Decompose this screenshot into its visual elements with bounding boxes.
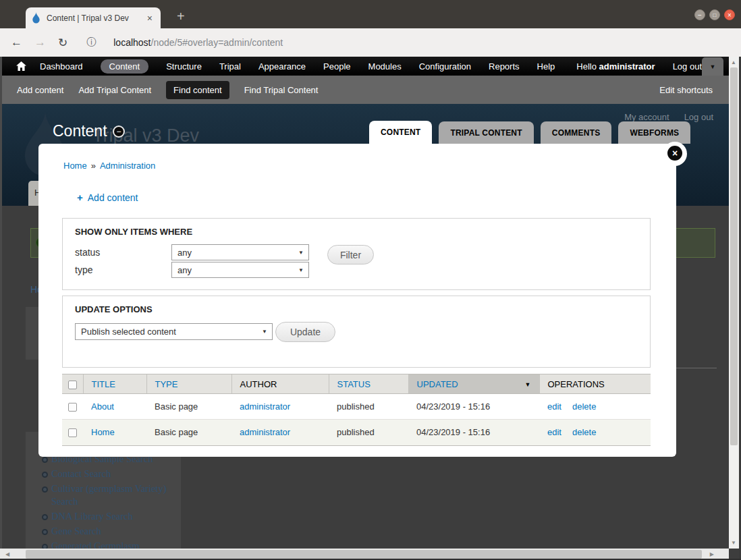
shortcut-find-content[interactable]: Find content (166, 81, 229, 99)
node-type: Basic page (146, 420, 231, 445)
drupal-favicon (31, 12, 41, 24)
horizontal-scrollbar-thumb[interactable] (26, 550, 702, 559)
forward-icon[interactable]: → (34, 36, 46, 49)
column-header-operations: OPERATIONS (548, 379, 605, 389)
table-row: Home Basic page administrator published … (62, 420, 651, 445)
breadcrumb: Home»Administration (63, 161, 155, 171)
tab-close-icon[interactable]: × (144, 13, 155, 24)
admin-toolbar: Dashboard Content Structure Tripal Appea… (0, 57, 741, 76)
filter-button[interactable]: Filter (327, 245, 374, 264)
node-status: published (329, 420, 408, 445)
edit-shortcuts-link[interactable]: Edit shortcuts (659, 85, 713, 95)
row-checkbox[interactable] (68, 428, 77, 437)
toolbar-toggle-button[interactable]: ▼ (702, 57, 723, 76)
tab-tripal-content[interactable]: TRIPAL CONTENT (439, 121, 533, 144)
filter-fieldset: SHOW ONLY ITEMS WHERE status any ▼ type … (62, 218, 651, 290)
node-author-link[interactable]: administrator (240, 401, 290, 412)
scroll-down-icon[interactable]: ▼ (731, 540, 736, 546)
url-host: localhost (113, 37, 150, 48)
scroll-left-icon[interactable]: ◀ (5, 551, 9, 557)
address-bar[interactable]: localhost/node/5#overlay=admin/content (113, 37, 283, 48)
update-action-select[interactable]: Publish selected content ▼ (75, 323, 273, 340)
node-type: Basic page (146, 394, 231, 420)
browser-toolbar: ← → ↻ ⓘ localhost/node/5#overlay=admin/c… (0, 28, 741, 57)
add-content-action[interactable]: +Add content (77, 192, 138, 203)
update-button[interactable]: Update (275, 322, 335, 342)
column-header-updated[interactable]: UPDATED (417, 379, 458, 389)
vertical-scrollbar[interactable]: ▲ ▼ (729, 57, 739, 549)
toolbar-item-dashboard[interactable]: Dashboard (40, 61, 83, 72)
scroll-up-icon[interactable]: ▲ (731, 59, 736, 65)
column-header-author: AUTHOR (240, 379, 277, 389)
toolbar-item-tripal[interactable]: Tripal (219, 61, 241, 72)
add-content-link[interactable]: Add content (88, 192, 138, 203)
page-info-icon[interactable]: ⓘ (86, 36, 96, 49)
toolbar-logout-link[interactable]: Log out (673, 61, 702, 72)
reload-icon[interactable]: ↻ (58, 36, 67, 50)
chevron-down-icon: ▼ (262, 329, 267, 335)
list-item[interactable]: Cultivar (germplasm Variety) Search (42, 482, 171, 508)
window-close-button[interactable]: × (724, 9, 735, 20)
home-icon[interactable] (16, 61, 26, 71)
toolbar-item-help[interactable]: Help (537, 61, 555, 72)
column-header-status[interactable]: STATUS (337, 379, 370, 389)
type-label: type (75, 264, 92, 275)
toolbar-item-reports[interactable]: Reports (489, 61, 520, 72)
vertical-scrollbar-thumb[interactable] (730, 67, 738, 445)
edit-link[interactable]: edit (547, 401, 561, 412)
new-tab-button[interactable]: + (177, 9, 185, 23)
toolbar-item-appearance[interactable]: Appearance (258, 61, 306, 72)
overlay-tabs: CONTENT TRIPAL CONTENT COMMENTS WEBFORMS (369, 121, 690, 144)
back-icon[interactable]: ← (11, 36, 22, 49)
node-title-link[interactable]: Home (91, 427, 115, 437)
shortcut-add-tripal-content[interactable]: Add Tripal Content (78, 85, 151, 95)
overlay-close-notch: × (663, 142, 687, 166)
column-header-type[interactable]: TYPE (155, 379, 178, 389)
toolbar-item-structure[interactable]: Structure (166, 61, 202, 72)
table-header-row: TITLE TYPE AUTHOR STATUS UPDATED▼ OPERAT… (62, 374, 651, 394)
row-checkbox[interactable] (68, 403, 77, 412)
chevron-down-icon: ▼ (298, 267, 304, 273)
delete-link[interactable]: delete (572, 401, 596, 412)
window-minimize-button[interactable]: − (694, 9, 705, 20)
scroll-right-icon[interactable]: ▶ (710, 551, 714, 557)
breadcrumb-home-link[interactable]: Home (63, 161, 87, 171)
shortcut-add-content[interactable]: Add content (17, 85, 63, 95)
column-header-title[interactable]: TITLE (92, 379, 115, 389)
tab-title: Content | Tripal v3 Dev (47, 13, 144, 23)
plus-icon: + (77, 192, 83, 203)
list-item[interactable]: Gene Search (42, 525, 171, 538)
url-path: /node/5#overlay=admin/content (151, 37, 283, 48)
toolbar-item-content[interactable]: Content (101, 59, 149, 74)
delete-link[interactable]: delete (572, 427, 596, 437)
breadcrumb-administration-link[interactable]: Administration (100, 161, 155, 171)
background-search-list: Biological Sample Search Contact Search … (42, 453, 171, 555)
toolbar-item-people[interactable]: People (323, 61, 350, 72)
toolbar-item-configuration[interactable]: Configuration (419, 61, 471, 72)
tab-content[interactable]: CONTENT (369, 121, 432, 144)
browser-tabstrip: Content | Tripal v3 Dev × + − □ × (0, 0, 741, 28)
tab-webforms[interactable]: WEBFORMS (618, 121, 690, 144)
sort-desc-icon[interactable]: ▼ (525, 381, 531, 388)
type-select[interactable]: any ▼ (171, 262, 309, 278)
edit-link[interactable]: edit (547, 427, 561, 437)
shortcut-find-tripal-content[interactable]: Find Tripal Content (244, 85, 319, 95)
overlay-close-icon[interactable]: × (667, 146, 682, 161)
toolbar-item-modules[interactable]: Modules (368, 61, 402, 72)
overlay-page-title: Content (53, 122, 107, 140)
list-item[interactable]: DNA Library Search (42, 510, 171, 523)
window-maximize-button[interactable]: □ (709, 9, 720, 20)
collapse-icon[interactable]: − (113, 125, 125, 138)
select-all-checkbox[interactable] (68, 381, 77, 389)
status-select[interactable]: any ▼ (171, 244, 309, 260)
table-row: About Basic page administrator published… (62, 394, 651, 420)
table-bottom-border (62, 445, 651, 446)
node-author-link[interactable]: administrator (240, 427, 290, 437)
filter-legend: SHOW ONLY ITEMS WHERE (75, 227, 192, 237)
browser-tab[interactable]: Content | Tripal v3 Dev × (26, 7, 161, 28)
username[interactable]: administrator (599, 61, 655, 72)
node-title-link[interactable]: About (91, 401, 114, 412)
list-item[interactable]: Contact Search (42, 468, 171, 480)
tab-comments[interactable]: COMMENTS (541, 121, 612, 144)
node-updated: 04/23/2019 - 15:16 (408, 420, 539, 445)
